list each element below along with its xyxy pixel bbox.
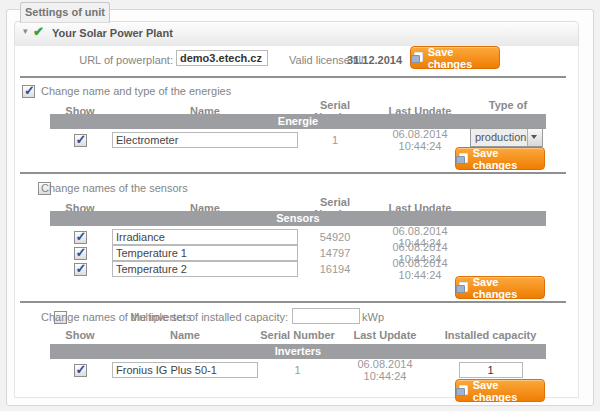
url-label: URL of powerplant:	[60, 54, 173, 66]
sensor-name-input[interactable]	[112, 261, 298, 277]
table-row-sensor: 54920 06.08.2014 10:44:24	[50, 225, 546, 242]
capacity-unit-label: kWp	[362, 311, 384, 323]
type-of-energy-select[interactable]: production	[470, 128, 543, 147]
col-show: Show	[50, 329, 110, 341]
save-changes-button-sensors[interactable]: Save changes	[455, 276, 545, 299]
energies-section-checkbox[interactable]	[22, 85, 35, 98]
capacity-multi-input[interactable]	[292, 308, 360, 324]
powerplant-url-input[interactable]	[176, 50, 268, 66]
table-row-inverter: 1 06.08.2014 10:44:24	[50, 358, 546, 377]
inverter-name-input[interactable]	[112, 362, 258, 378]
capacity-multi-label: Multiple set of installed capacity:	[130, 311, 288, 323]
save-button-label: Save changes	[473, 379, 544, 403]
select-value: production	[475, 131, 526, 143]
serial-value: 1	[260, 364, 335, 376]
show-checkbox[interactable]	[74, 263, 87, 276]
section-divider	[20, 172, 566, 174]
save-changes-button-energies[interactable]: Save changes	[455, 147, 545, 170]
energies-section-label: Change name and type of the energies	[41, 85, 231, 97]
energies-group-bar: Energie	[50, 114, 546, 129]
inverters-group-bar: Inverters	[50, 344, 546, 359]
col-update: Last Update	[335, 329, 435, 341]
inverters-header-row: Show Name Serial Number Last Update Inst…	[50, 329, 546, 341]
show-checkbox[interactable]	[74, 364, 87, 377]
serial-value: 16194	[300, 263, 370, 275]
save-icon	[411, 52, 423, 63]
table-row-sensor: 16194 06.08.2014 10:44:24	[50, 257, 546, 274]
chevron-down-icon[interactable]	[527, 129, 542, 146]
section-divider	[20, 301, 566, 303]
save-button-label: Save changes	[473, 276, 544, 300]
save-button-label: Save changes	[473, 147, 544, 171]
license-value: 31.12.2014	[347, 54, 402, 66]
sensors-group-bar: Sensors	[50, 211, 546, 226]
serial-value: 1	[300, 134, 370, 146]
save-icon	[456, 385, 468, 396]
save-icon	[456, 282, 468, 293]
show-checkbox[interactable]	[74, 134, 87, 147]
save-button-label: Save changes	[428, 46, 499, 70]
save-changes-button-general[interactable]: Save changes	[410, 46, 500, 69]
energy-name-input[interactable]	[112, 132, 298, 148]
section-divider	[20, 76, 566, 78]
col-serial: Serial Number	[260, 329, 335, 341]
table-row-sensor: 14797 06.08.2014 10:44:24	[50, 241, 546, 258]
save-changes-button-inverters[interactable]: Save changes	[455, 379, 545, 402]
save-icon	[456, 153, 468, 164]
sensors-section-label: Change names of the sensors	[41, 182, 188, 194]
col-capacity: Installed capacity	[435, 329, 546, 341]
content-stage: URL of powerplant: Valid license till: 3…	[0, 0, 600, 411]
col-name: Name	[110, 329, 260, 341]
installed-capacity-input[interactable]	[459, 362, 523, 378]
update-value: 06.08.2014 10:44:24	[335, 358, 435, 382]
